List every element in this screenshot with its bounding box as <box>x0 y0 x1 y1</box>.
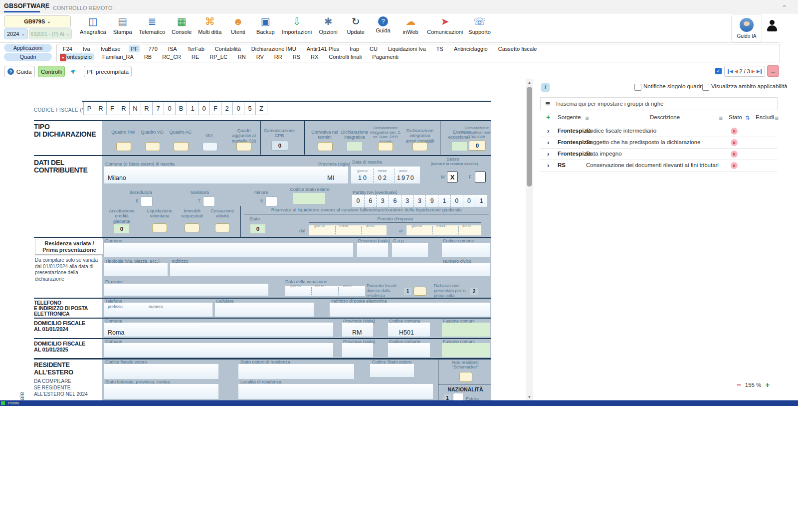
domicilio25-codice-field[interactable] <box>388 343 430 357</box>
telematico-button[interactable]: ≣ Telematico <box>139 15 166 35</box>
tab-isa[interactable]: ISA <box>166 45 179 52</box>
controlli-button[interactable]: Controlli <box>38 66 65 77</box>
guida-toolbar-button[interactable]: ? Guida <box>372 15 394 33</box>
tab-controlli-finali[interactable]: Controlli finali <box>327 53 364 60</box>
scrollbar-thumb[interactable] <box>527 87 532 186</box>
code-select[interactable]: 692001 - (P) At⌄ <box>29 28 72 39</box>
tab-pf[interactable]: PF <box>129 45 140 52</box>
menu-help[interactable]: ? <box>44 5 47 11</box>
expand-chevron-icon[interactable]: › <box>547 127 549 135</box>
residenza-comune-field[interactable] <box>104 243 353 257</box>
tab-cassetto-fiscale[interactable]: Cassetto fiscale <box>496 45 539 52</box>
stato-estero-field[interactable] <box>238 364 354 379</box>
scroll-down-icon[interactable]: ▼ <box>526 393 533 400</box>
eventi-eccezionali-field[interactable] <box>452 142 467 151</box>
tab-pagamenti[interactable]: Pagamenti <box>370 53 400 60</box>
schumacker-checkbox[interactable] <box>459 372 472 382</box>
quadri-button[interactable]: Quadri <box>4 53 52 61</box>
menu-gbsoftware[interactable]: GBSOFTWARE <box>4 2 50 9</box>
quadri-730-checkbox[interactable] <box>236 142 251 151</box>
tab-rr[interactable]: RR <box>272 53 284 60</box>
supporto-button[interactable]: ☏ Supporto <box>468 15 491 35</box>
guido-ia-button[interactable]: Guido IA <box>731 14 762 42</box>
sesso-f-checkbox[interactable] <box>475 172 486 182</box>
expand-chevron-icon[interactable]: › <box>547 150 549 158</box>
localita-residenza-field[interactable] <box>238 384 433 399</box>
user-account-icon[interactable] <box>767 20 778 32</box>
tab-contabilita[interactable]: Contabilità <box>213 45 243 52</box>
tab-770[interactable]: 770 <box>146 45 159 52</box>
residenza-codice-comune-field[interactable] <box>442 243 490 257</box>
multi-ditta-button[interactable]: ⌘ Multi ditta <box>198 15 221 35</box>
next-page-icon[interactable]: ▶ <box>752 69 755 74</box>
grid-row[interactable]: › Frontespizio Codice fiscale intermedia… <box>540 126 778 137</box>
last-page-icon[interactable]: ▶ <box>757 69 762 74</box>
codice-fiscale-field[interactable]: PRFRNR70B10F205Z <box>84 102 267 115</box>
opzioni-button[interactable]: ✱ Opzioni <box>317 15 339 35</box>
isa-checkbox[interactable] <box>202 142 217 151</box>
notifiche-checkbox[interactable] <box>634 84 641 91</box>
tab-antiriciclaggio[interactable]: Antiriciclaggio <box>452 45 490 52</box>
tab-cu[interactable]: CU <box>368 45 380 52</box>
tab-liquidazioni-iva[interactable]: Liquidazioni Iva <box>386 45 428 52</box>
column-escludi[interactable]: Escludi <box>756 114 774 120</box>
zoom-out-button[interactable]: − <box>737 380 741 389</box>
guida-button[interactable]: ? Guida <box>4 66 35 77</box>
tab-antir141-plus[interactable]: Antir141 Plus <box>305 45 341 52</box>
applicazioni-button[interactable]: Applicazioni <box>4 44 52 52</box>
column-descrizione[interactable]: Descrizione <box>650 114 680 120</box>
scroll-up-icon[interactable]: ▲ <box>526 79 533 86</box>
collapse-icon[interactable]: ^ <box>783 4 786 10</box>
stato-federato-field[interactable] <box>104 384 218 399</box>
integrativa-errori-checkbox[interactable] <box>412 142 427 151</box>
deceduto-checkbox[interactable] <box>141 196 153 206</box>
tab-iva[interactable]: Iva <box>81 45 92 52</box>
residenza-provincia-field[interactable] <box>357 243 388 257</box>
liquidazione-volontaria-checkbox[interactable] <box>152 223 167 232</box>
tab-irap[interactable]: Irap <box>348 45 361 52</box>
previous-page-icon[interactable]: ◀ <box>734 69 738 74</box>
domicilio24-fusione-field[interactable] <box>442 323 490 337</box>
residenza-numero-civico-field[interactable] <box>442 263 490 276</box>
immobili-sequestrati-checkbox[interactable] <box>185 223 200 232</box>
tab-rs[interactable]: RS <box>291 53 302 60</box>
cellulare-field[interactable] <box>215 303 314 317</box>
sort-icon[interactable]: ⇅ <box>745 115 750 121</box>
company-select[interactable]: GB979S⌄ <box>4 15 71 27</box>
prima-volta-field[interactable]: 2 <box>470 288 478 295</box>
utenti-button[interactable]: ☻ Utenti <box>227 15 249 35</box>
filter-icon[interactable]: ≣ <box>775 115 779 121</box>
nazionalita-estera-checkbox[interactable] <box>453 393 464 401</box>
column-sorgente[interactable]: Sorgente <box>558 114 581 120</box>
tab-rv[interactable]: RV <box>254 53 266 60</box>
correttiva-checkbox[interactable] <box>318 142 333 151</box>
group-by-bar[interactable]: ≣ Trascina qui per impostare i gruppi di… <box>540 97 778 110</box>
rettificativa-field[interactable]: 0 <box>469 141 486 151</box>
residenza-cap-field[interactable] <box>392 243 428 257</box>
stato-liquidazione-field[interactable]: 0 <box>250 224 265 233</box>
importazioni-button[interactable]: ⇩ Importazioni <box>282 15 312 35</box>
residenza-indirizzo-field[interactable] <box>170 263 445 276</box>
integrativa-art2-checkbox[interactable] <box>378 142 393 151</box>
tab-ts[interactable]: TS <box>434 45 445 52</box>
menu-controllo-remoto[interactable]: CONTROLLO REMOTO <box>53 5 113 11</box>
expand-chevron-icon[interactable]: › <box>547 139 549 146</box>
cessazione-attivita-checkbox[interactable] <box>215 223 230 232</box>
codice-stato-estero-field2[interactable] <box>370 364 414 377</box>
residenza-frazione-field[interactable] <box>104 284 268 296</box>
tab-rp-lc[interactable]: RP_LC <box>207 53 229 60</box>
tab-re[interactable]: RE <box>190 53 201 60</box>
column-stato[interactable]: Stato <box>729 114 742 120</box>
year-select[interactable]: 2024⌄ <box>4 28 28 39</box>
quadro-vo-checkbox[interactable] <box>145 142 160 151</box>
grid-row[interactable]: › Frontespizio Data impegno × <box>540 149 778 160</box>
accettazione-eredita-field[interactable]: 0 <box>114 224 129 233</box>
tab-familiari-ra[interactable]: Familiari_RA <box>100 53 136 60</box>
tutelato-checkbox[interactable] <box>203 196 215 206</box>
update-button[interactable]: ↻ Update <box>345 15 367 35</box>
expand-chevron-icon[interactable]: › <box>547 162 549 169</box>
dichiarazione-integrativa-field[interactable] <box>347 142 362 151</box>
tab-rx[interactable]: RX <box>309 53 320 60</box>
form-scrollbar[interactable]: ▲ ▼ <box>526 79 533 400</box>
tab-ivabase[interactable]: IvaBase <box>99 45 123 52</box>
